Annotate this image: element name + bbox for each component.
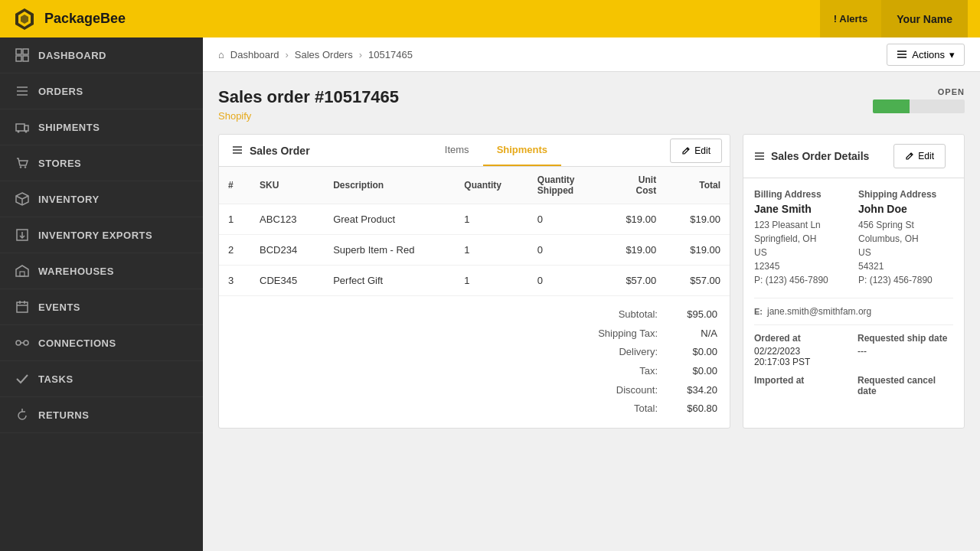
shipping-phone: P: (123) 456-7890 xyxy=(858,273,953,287)
requested-cancel-label: Requested cancel date xyxy=(858,375,953,396)
app-logo[interactable]: PackageBee xyxy=(12,7,126,31)
ordered-at-time: 20:17:03 PST xyxy=(754,357,850,367)
imported-at-label: Imported at xyxy=(754,375,850,386)
sidebar-item-tasks[interactable]: TASKS xyxy=(0,361,203,397)
sidebar-item-dashboard[interactable]: DASHBOARD xyxy=(0,37,203,73)
edit-label: Edit xyxy=(694,145,710,156)
ordered-at-block: Ordered at 02/22/2023 20:17:03 PST xyxy=(754,333,850,367)
sidebar-label-returns: RETURNS xyxy=(38,409,89,421)
requested-ship-value: --- xyxy=(858,346,953,357)
sidebar-label-stores: STORES xyxy=(38,158,81,169)
svg-rect-23 xyxy=(20,272,24,276)
requested-cancel-block: Requested cancel date xyxy=(858,375,953,399)
cell-sku: CDE345 xyxy=(250,266,324,296)
cell-unit-cost: $57.00 xyxy=(601,266,665,296)
sidebar-item-connections[interactable]: CONNECTIONS xyxy=(0,325,203,361)
sidebar-item-orders[interactable]: ORDERS xyxy=(0,73,203,109)
main-content: ⌂ Dashboard › Sales Orders › 10517465 Ac… xyxy=(203,37,980,551)
sidebar-item-shipments[interactable]: SHIPMENTS xyxy=(0,109,203,145)
sidebar-item-returns[interactable]: RETURNS xyxy=(0,397,203,433)
cell-quantity: 1 xyxy=(455,266,528,296)
sidebar-item-inventory-exports[interactable]: INVENTORY EXPORTS xyxy=(0,217,203,253)
ordered-at-label: Ordered at xyxy=(754,333,850,344)
sidebar-item-events[interactable]: EVENTS xyxy=(0,289,203,325)
col-qty-shipped: QuantityShipped xyxy=(528,167,602,204)
ordered-at-date: 02/22/2023 xyxy=(754,346,850,357)
sales-order-edit-button[interactable]: Edit xyxy=(670,139,722,163)
svg-rect-5 xyxy=(16,56,21,61)
alerts-label: ! Alerts xyxy=(834,13,867,24)
panel-header: Sales Order Items Shipments Edit xyxy=(219,135,730,167)
svg-point-14 xyxy=(20,166,21,168)
details-edit-button[interactable]: Edit xyxy=(893,144,946,168)
cell-qty-shipped: 0 xyxy=(528,204,602,235)
breadcrumb-sales-orders[interactable]: Sales Orders xyxy=(295,49,353,60)
breadcrumb: ⌂ Dashboard › Sales Orders › 10517465 xyxy=(218,49,413,60)
shipping-address2: Columbus, OH xyxy=(858,232,953,246)
box-icon xyxy=(15,192,29,206)
meta-grid: Ordered at 02/22/2023 20:17:03 PST Reque… xyxy=(754,333,953,399)
home-icon: ⌂ xyxy=(218,49,224,60)
breadcrumb-dashboard[interactable]: Dashboard xyxy=(230,49,279,60)
details-edit-icon xyxy=(905,152,914,161)
sidebar-label-warehouses: WAREHOUSES xyxy=(38,266,114,277)
svg-point-29 xyxy=(24,341,28,345)
billing-country: US xyxy=(754,246,849,259)
billing-header: Billing Address xyxy=(754,189,849,200)
panel-tabs: Items Shipments xyxy=(431,135,561,166)
svg-marker-11 xyxy=(24,126,28,131)
billing-column: Billing Address Jane Smith 123 Pleasant … xyxy=(754,189,849,287)
sidebar: DASHBOARD ORDERS SHIPMENTS STORES INVENT… xyxy=(0,37,203,551)
actions-chevron-icon: ▾ xyxy=(949,49,955,60)
table-row: 3 CDE345 Perfect Gift 1 0 $57.00 $57.00 xyxy=(219,266,730,296)
page-subtitle: Shopify xyxy=(218,110,399,122)
status-label: OPEN xyxy=(873,87,965,96)
shipping-country: US xyxy=(858,246,953,259)
shipping-name: John Doe xyxy=(858,203,953,215)
alerts-button[interactable]: ! Alerts xyxy=(820,0,881,37)
sidebar-label-tasks: TASKS xyxy=(38,373,74,385)
cell-num: 1 xyxy=(219,204,250,235)
svg-rect-3 xyxy=(16,49,21,54)
col-total: Total xyxy=(665,167,730,204)
logo-icon xyxy=(12,7,37,31)
col-num: # xyxy=(219,167,250,204)
sidebar-label-events: EVENTS xyxy=(38,302,80,313)
details-header: Sales Order Details Edit xyxy=(743,135,964,178)
actions-button[interactable]: Actions ▾ xyxy=(887,44,965,66)
totals-tax: Tax: $0.00 xyxy=(231,362,717,381)
billing-address2: Springfield, OH xyxy=(754,232,849,246)
user-menu-button[interactable]: Your Name xyxy=(881,0,968,37)
shipping-zip: 54321 xyxy=(858,259,953,273)
svg-point-13 xyxy=(25,131,28,133)
detail-divider xyxy=(754,298,953,298)
body-layout: DASHBOARD ORDERS SHIPMENTS STORES INVENT… xyxy=(0,37,980,551)
page-title-area: Sales order #10517465 Shopify xyxy=(218,87,399,122)
calendar-icon xyxy=(15,300,29,314)
sidebar-item-stores[interactable]: STORES xyxy=(0,145,203,181)
grid-icon xyxy=(15,48,29,62)
svg-point-28 xyxy=(16,341,21,345)
cell-quantity: 1 xyxy=(455,235,528,266)
svg-marker-22 xyxy=(16,266,28,276)
content-panels: Sales Order Items Shipments Edit xyxy=(203,122,980,441)
progress-bar-fill xyxy=(873,99,910,113)
cell-total: $57.00 xyxy=(665,266,730,296)
sidebar-item-inventory[interactable]: INVENTORY xyxy=(0,181,203,217)
tab-items[interactable]: Items xyxy=(431,135,483,166)
details-panel-title: Sales Order Details xyxy=(771,150,869,162)
imported-at-block: Imported at xyxy=(754,375,850,399)
status-area: OPEN xyxy=(873,87,965,113)
sidebar-item-warehouses[interactable]: WAREHOUSES xyxy=(0,253,203,289)
details-title-area: Sales Order Details xyxy=(754,150,869,162)
totals-subtotal: Subtotal: $95.00 xyxy=(231,305,717,324)
table-row: 2 BCD234 Superb Item - Red 1 0 $19.00 $1… xyxy=(219,235,730,266)
cell-qty-shipped: 0 xyxy=(528,235,602,266)
sales-order-panel: Sales Order Items Shipments Edit xyxy=(218,134,730,429)
sidebar-label-connections: CONNECTIONS xyxy=(38,337,116,349)
totals-discount: Discount: $34.20 xyxy=(231,381,717,400)
sales-order-panel-title: Sales Order xyxy=(250,145,310,157)
cell-num: 2 xyxy=(219,235,250,266)
cell-sku: BCD234 xyxy=(250,235,324,266)
tab-shipments[interactable]: Shipments xyxy=(483,135,561,166)
